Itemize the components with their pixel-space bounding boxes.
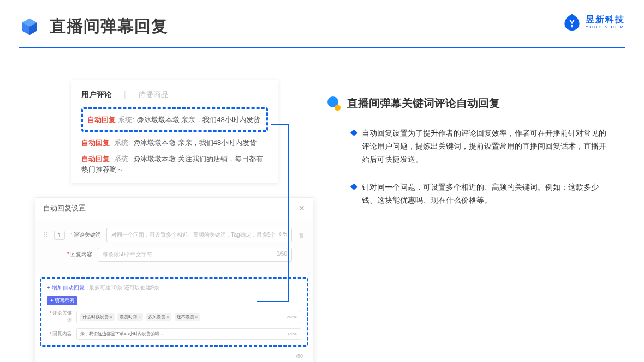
system-label: 系统:	[114, 138, 130, 147]
rule-number: 1	[54, 231, 65, 240]
bullet-text: 自动回复设置为了提升作者的评论回复效率，作者可在开播前针对常见的评论用户问题，提…	[362, 127, 613, 166]
diamond-bullet-icon	[350, 129, 357, 136]
drag-handle-icon[interactable]: ⠿	[43, 231, 49, 239]
placeholder: 对同一个问题，可设置多个相近、高频的关键词，Tag确定，最多5个	[111, 231, 276, 239]
example-keyword-input: 什么时候发货× 发货时间× 多久发货× 还不发货× 20/50	[76, 311, 301, 323]
char-count: 0/5	[279, 231, 287, 239]
field-label-keyword: *评论关键词	[70, 231, 101, 239]
comment-text: @冰墩墩本墩 亲亲，我们48小时内发货	[137, 116, 260, 124]
char-count: 20/50	[287, 315, 297, 319]
keyword-tag: 发货时间×	[117, 313, 143, 321]
system-label: 系统:	[118, 116, 134, 124]
comment-row: 自动回复 系统: @冰墩墩本墩 关注我们的店铺，每日都有热门推荐哟～	[81, 154, 268, 175]
connector-line	[271, 124, 289, 125]
placeholder: 每条限50个中文字符	[103, 251, 152, 258]
system-label: 系统:	[114, 155, 130, 163]
add-hint: 最多可建10条 还可以创建9条	[89, 284, 159, 292]
auto-reply-tag: 自动回复	[81, 138, 110, 147]
auto-reply-settings-panel: 自动回复设置 ✕ ⠿ 1 *评论关键词 对同一个问题，可设置多个相近、高频的关键…	[35, 197, 313, 362]
example-badge: ● 填写示例	[47, 296, 77, 305]
comment-text: @冰墩墩本墩 亲亲，我们48小时内发货	[133, 138, 257, 147]
outer-count: /50	[35, 351, 313, 362]
tab-pending-goods[interactable]: 待播商品	[138, 90, 169, 100]
connector-line	[288, 124, 289, 301]
example-reply-text: 亲，我们这边都是下单48小时内发货的哦～	[80, 331, 287, 337]
close-icon[interactable]: ✕	[299, 204, 305, 213]
char-count: 0/50	[277, 251, 287, 258]
comment-row: 自动回复 系统: @冰墩墩本墩 亲亲，我们48小时内发货	[81, 137, 268, 148]
bullet-text: 针对同一个问题，可设置多个相近的、高频的关键词。例如：这款多少钱、这块能优惠吗、…	[362, 181, 613, 207]
bullet-item: 自动回复设置为了提升作者的评论回复效率，作者可在开播前针对常见的评论用户问题，提…	[351, 127, 622, 166]
header-rule	[19, 47, 625, 48]
keyword-tag: 还不发货×	[175, 313, 200, 321]
brand-icon	[563, 13, 581, 32]
bullet-item: 针对同一个问题，可设置多个相近的、高频的关键词。例如：这款多少钱、这块能优惠吗、…	[351, 181, 622, 207]
brand: 昱新科技 YUUXIN.COM	[563, 13, 625, 32]
page-title: 直播间弹幕回复	[50, 15, 168, 38]
auto-reply-tag: 自动回复	[81, 155, 110, 163]
tab-divider: |	[124, 90, 126, 100]
comments-panel: 用户评论 | 待播商品 自动回复 系统: @冰墩墩本墩 亲亲，我们48小时内发货…	[71, 80, 278, 183]
keyword-tag: 多久发货×	[146, 313, 171, 321]
field-label-reply: *回复内容	[62, 251, 92, 258]
cube-icon	[19, 16, 40, 37]
char-count: 37/50	[287, 331, 297, 336]
brand-name-cn: 昱新科技	[586, 15, 625, 24]
keyword-tag: 什么时候发货×	[80, 313, 115, 321]
example-reply-label: *回复内容	[47, 330, 72, 337]
trash-icon[interactable]: 🗑	[297, 232, 305, 238]
brand-name-en: YUUXIN.COM	[586, 25, 625, 29]
content-right: 直播间弹幕关键词评论自动回复 自动回复设置为了提升作者的评论回复效率，作者可在开…	[327, 96, 622, 222]
panel-title: 自动回复设置	[43, 203, 86, 213]
section-bullet-icon	[327, 96, 342, 111]
auto-reply-tag: 自动回复	[87, 116, 116, 124]
page-header: 直播间弹幕回复 昱新科技 YUUXIN.COM	[19, 15, 625, 38]
example-section: + 增加自动回复 最多可建10条 还可以创建9条 ● 填写示例 *评论关键词 什…	[40, 277, 308, 347]
example-keyword-label: *评论关键词	[47, 310, 72, 324]
example-reply-input: 亲，我们这边都是下单48小时内发货的哦～ 37/50	[76, 328, 301, 340]
add-auto-reply-link[interactable]: + 增加自动回复	[47, 284, 85, 292]
diamond-bullet-icon	[350, 184, 357, 191]
section-title: 直播间弹幕关键词评论自动回复	[347, 96, 500, 111]
highlighted-comment: 自动回复 系统: @冰墩墩本墩 亲亲，我们48小时内发货	[81, 107, 268, 132]
tab-user-comments[interactable]: 用户评论	[81, 90, 112, 100]
keyword-input[interactable]: 对同一个问题，可设置多个相近、高频的关键词，Tag确定，最多5个 0/5	[106, 228, 292, 242]
reply-input[interactable]: 每条限50个中文字符 0/50	[98, 248, 292, 262]
connector-line	[257, 301, 289, 302]
